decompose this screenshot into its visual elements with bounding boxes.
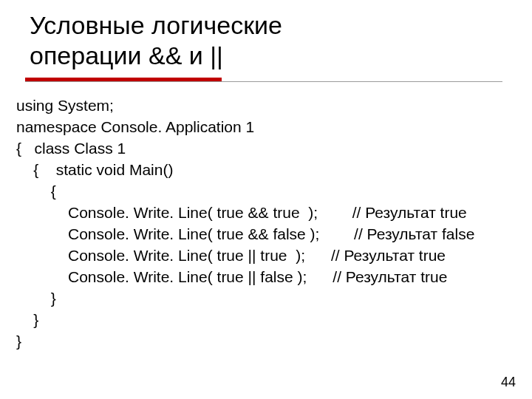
code-line: } <box>16 288 532 310</box>
code-line: Console. Write. Line( true || true ); //… <box>16 245 532 267</box>
code-line: Console. Write. Line( true || false ); /… <box>16 267 532 288</box>
title-underline-grey <box>25 81 502 82</box>
code-block: using System; namespace Console. Applica… <box>0 78 532 352</box>
code-line: Console. Write. Line( true && false ); /… <box>16 224 532 245</box>
page-number: 44 <box>501 375 516 390</box>
code-line: using System; <box>16 95 532 117</box>
slide: Условные логические операции && и || usi… <box>0 0 532 399</box>
code-line: namespace Console. Application 1 <box>16 117 532 138</box>
title-block: Условные логические операции && и || <box>0 0 532 72</box>
code-line: } <box>16 331 532 352</box>
code-line: Console. Write. Line( true && true ); //… <box>16 202 532 224</box>
code-line: { static void Main() <box>16 160 532 181</box>
code-line: { class Class 1 <box>16 138 532 160</box>
code-line: } <box>16 310 532 331</box>
slide-title-line1: Условные логические <box>30 10 532 41</box>
code-line: { <box>16 181 532 202</box>
slide-title-line2: операции && и || <box>30 41 532 71</box>
